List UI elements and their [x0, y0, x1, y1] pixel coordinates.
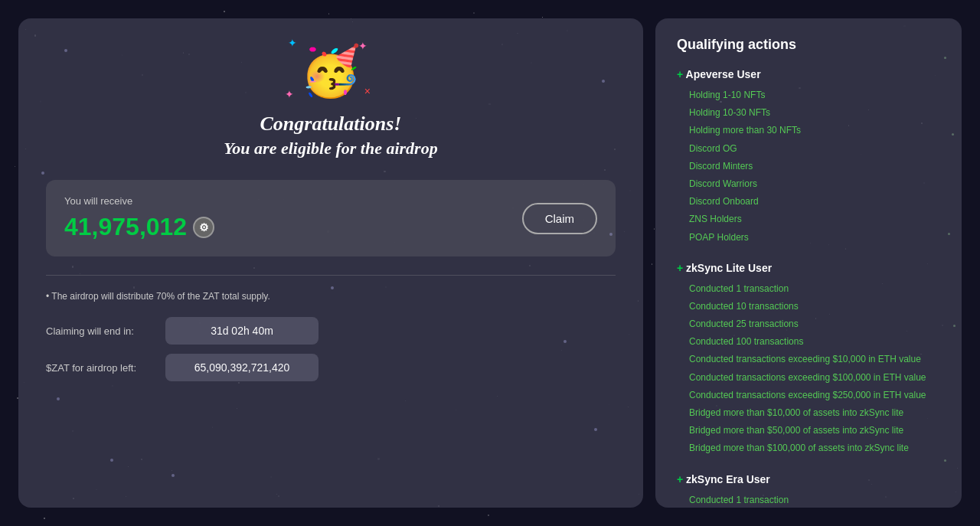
receive-label: You will receive — [64, 195, 214, 207]
congratulations-title: Congratulations! — [260, 113, 402, 136]
category-item: Holding more than 30 NFTs — [677, 122, 940, 139]
category-item: Conducted 100 transactions — [677, 333, 940, 351]
dot-decoration — [331, 286, 334, 289]
category-item: ZNS Holders — [677, 211, 940, 228]
zat-left-value: 65,090,392,721,420 — [165, 354, 318, 381]
category-item: Conducted transactions exceeding $100,00… — [677, 369, 940, 387]
category-header: + zkSync Lite User — [677, 262, 940, 274]
left-panel: 🥳 ✦ ✦ × ✦ Congratulations! You are eligi… — [18, 18, 643, 508]
category-item: Conducted 1 transaction — [677, 492, 940, 508]
dot-decoration — [609, 233, 612, 236]
claiming-end-value: 31d 02h 40m — [165, 317, 318, 345]
dot-decoration — [172, 474, 175, 477]
main-emoji: 🥳 — [300, 44, 361, 99]
category-block: + zkSync Era UserConducted 1 transaction… — [677, 473, 940, 508]
dot-decoration — [602, 80, 605, 83]
dot-decoration — [564, 340, 567, 343]
category-item: Discord Warriors — [677, 175, 940, 193]
main-container: 🥳 ✦ ✦ × ✦ Congratulations! You are eligi… — [0, 0, 980, 526]
plus-icon: + — [677, 262, 686, 274]
celebration-emoji: 🥳 ✦ ✦ × ✦ — [300, 43, 361, 100]
dot-decoration — [57, 397, 60, 400]
zat-left-label: $ZAT for airdrop left: — [46, 362, 153, 374]
category-block: + Apeverse UserHolding 1-10 NFTsHolding … — [677, 68, 940, 247]
dot-decoration — [594, 428, 597, 431]
receive-amount: 41,975,012 ⚙ — [64, 213, 214, 241]
receive-amount-value: 41,975,012 — [64, 213, 187, 241]
dot-decoration — [64, 49, 67, 52]
dot-decoration — [41, 172, 44, 175]
token-icon: ⚙ — [193, 217, 214, 238]
congratulations-subtitle: You are eligible for the airdrop — [224, 139, 437, 158]
receive-left: You will receive 41,975,012 ⚙ — [64, 195, 214, 241]
sparkle-blue: ✦ — [288, 37, 297, 49]
category-item: Conducted 10 transactions — [677, 298, 940, 315]
claiming-end-row: Claiming will end in: 31d 02h 40m — [46, 317, 616, 345]
right-panel: Qualifying actions + Apeverse UserHoldin… — [655, 18, 962, 508]
category-item: Discord Onboard — [677, 193, 940, 211]
plus-icon: + — [677, 473, 686, 485]
category-item: Bridged more than $50,000 of assets into… — [677, 422, 940, 439]
right-dot — [953, 325, 956, 327]
dot-decoration — [110, 459, 113, 462]
category-item: Discord Minters — [677, 158, 940, 175]
sparkle-pink: ✦ — [358, 40, 368, 52]
plus-icon: + — [677, 68, 686, 80]
right-dot — [944, 57, 946, 59]
categories-container: + Apeverse UserHolding 1-10 NFTsHolding … — [677, 68, 940, 508]
right-dot — [952, 133, 954, 136]
sparkle-pink2: ✦ — [285, 88, 294, 100]
info-text: • The airdrop will distribute 70% of the… — [46, 291, 616, 302]
category-item: Conducted transactions exceeding $10,000… — [677, 351, 940, 368]
category-item: Holding 10-30 NFTs — [677, 104, 940, 122]
category-item: Holding 1-10 NFTs — [677, 87, 940, 104]
category-item: Conducted transactions exceeding $250,00… — [677, 387, 940, 404]
category-header: + zkSync Era User — [677, 473, 940, 485]
category-item: Bridged more than $10,000 of assets into… — [677, 404, 940, 422]
receive-box: You will receive 41,975,012 ⚙ Claim — [46, 180, 616, 256]
claim-button[interactable]: Claim — [522, 203, 597, 234]
category-block: + zkSync Lite UserConducted 1 transactio… — [677, 262, 940, 458]
category-header: + Apeverse User — [677, 68, 940, 80]
qualifying-title: Qualifying actions — [677, 37, 940, 53]
category-item: Bridged more than $100,000 of assets int… — [677, 439, 940, 457]
right-dot — [944, 459, 946, 462]
category-item: Conducted 25 transactions — [677, 315, 940, 333]
category-item: Conducted 1 transaction — [677, 280, 940, 298]
category-item: POAP Holders — [677, 229, 940, 247]
divider — [46, 275, 616, 276]
right-dot — [948, 233, 950, 235]
category-item: Discord OG — [677, 140, 940, 158]
zat-left-row: $ZAT for airdrop left: 65,090,392,721,42… — [46, 354, 616, 381]
claiming-end-label: Claiming will end in: — [46, 325, 153, 337]
sparkle-red: × — [364, 85, 371, 97]
